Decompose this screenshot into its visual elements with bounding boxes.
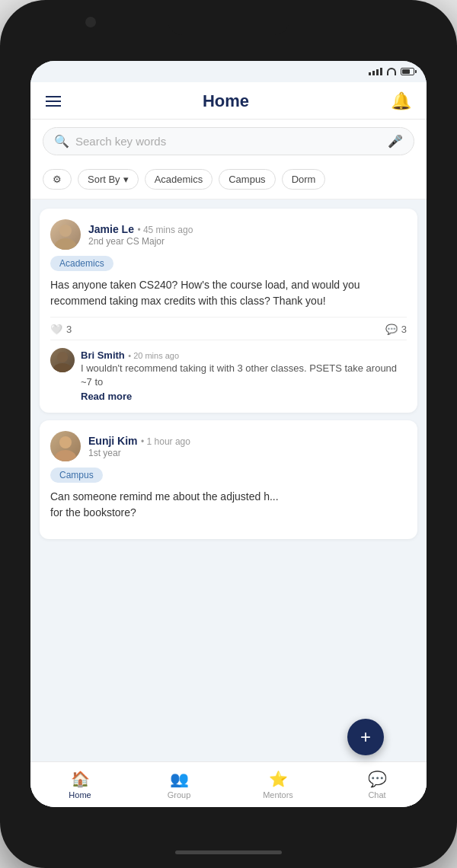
nav-chat[interactable]: 💬 Chat (328, 762, 427, 807)
svg-point-0 (59, 225, 72, 237)
group-nav-label: Group (168, 790, 191, 799)
heart-icon: 🤍 (50, 324, 62, 335)
filter-settings-button[interactable]: ⚙ (43, 169, 72, 190)
post-header: Eunji Kim • 1 hour ago 1st year (50, 431, 407, 461)
screen: Home 🔔 🔍 Search key words 🎤 ⚙ (30, 61, 427, 807)
commenter-avatar (50, 348, 75, 372)
camera (85, 17, 96, 27)
post-body: Has anyone taken CS240? How's the course… (50, 277, 407, 309)
post-subtitle: 2nd year CS Major (88, 236, 193, 247)
post-tag[interactable]: Academics (50, 256, 113, 271)
notification-button[interactable]: 🔔 (391, 91, 411, 111)
group-icon: 👥 (170, 770, 189, 788)
screen-wrapper: Home 🔔 🔍 Search key words 🎤 ⚙ (30, 61, 427, 807)
post-card: Eunji Kim • 1 hour ago 1st year Campus C… (40, 420, 417, 539)
post-card: Jamie Le • 45 mins ago 2nd year CS Major… (40, 209, 417, 413)
new-post-fab[interactable]: + (347, 719, 384, 755)
bottom-navigation: 🏠 Home 👥 Group ⭐ Mentors 💬 Chat (30, 761, 427, 807)
page-title: Home (203, 91, 249, 111)
notch (168, 14, 289, 35)
status-bar (30, 61, 427, 82)
post-header: Jamie Le • 45 mins ago 2nd year CS Major (50, 219, 407, 250)
home-indicator (175, 850, 282, 854)
post-author: Jamie Le (88, 223, 134, 235)
hamburger-button[interactable] (46, 96, 61, 107)
academics-filter-button[interactable]: Academics (145, 169, 213, 190)
nav-group[interactable]: 👥 Group (129, 762, 228, 807)
avatar (50, 431, 81, 461)
campus-filter-button[interactable]: Campus (219, 169, 275, 190)
search-area: 🔍 Search key words 🎤 (30, 120, 427, 163)
app-content: Home 🔔 🔍 Search key words 🎤 ⚙ (30, 82, 427, 807)
phone-top (0, 0, 457, 35)
post-divider (50, 317, 407, 318)
comment-time: • 20 mins ago (128, 351, 179, 360)
post-tag[interactable]: Campus (50, 468, 103, 483)
post-body: Can someone remind me about the adjusted… (50, 489, 407, 521)
comment-text: I wouldn't recommend taking it with 3 ot… (81, 362, 407, 389)
avatar (50, 219, 81, 250)
sort-by-button[interactable]: Sort By ▾ (78, 169, 139, 190)
nav-home[interactable]: 🏠 Home (30, 762, 129, 807)
sort-label: Sort By (88, 174, 120, 185)
home-icon: 🏠 (71, 770, 90, 788)
post-time: • 45 mins ago (137, 225, 193, 235)
comment-count: 3 (401, 324, 407, 335)
signal-icon (369, 68, 382, 75)
like-count: 3 (66, 324, 72, 335)
app-header: Home 🔔 (30, 82, 427, 120)
academics-filter-label: Academics (155, 174, 203, 185)
mentors-nav-label: Mentors (263, 790, 293, 799)
comment-content: Bri Smith • 20 mins ago I wouldn't recom… (81, 348, 407, 402)
wifi-icon (387, 68, 396, 75)
svg-point-4 (59, 436, 72, 448)
post-feed: Jamie Le • 45 mins ago 2nd year CS Major… (30, 199, 427, 761)
search-bar[interactable]: 🔍 Search key words 🎤 (43, 127, 414, 155)
commenter-name: Bri Smith (81, 349, 125, 361)
svg-point-2 (57, 352, 68, 362)
phone-frame: Home 🔔 🔍 Search key words 🎤 ⚙ (0, 0, 457, 868)
sort-chevron-icon: ▾ (123, 174, 129, 185)
post-meta: Eunji Kim • 1 hour ago 1st year (88, 434, 190, 458)
comment-button[interactable]: 💬 3 (385, 324, 407, 335)
comment-icon: 💬 (385, 324, 398, 335)
search-icon: 🔍 (54, 134, 69, 148)
home-nav-label: Home (69, 790, 91, 799)
post-author: Eunji Kim (88, 435, 138, 447)
dorm-filter-button[interactable]: Dorm (282, 169, 326, 190)
mic-icon[interactable]: 🎤 (388, 134, 403, 148)
post-meta: Jamie Le • 45 mins ago 2nd year CS Major (88, 222, 193, 247)
mentors-icon: ⭐ (269, 770, 288, 788)
post-subtitle: 1st year (88, 448, 190, 458)
post-actions: 🤍 3 💬 3 (50, 324, 407, 335)
svg-point-1 (55, 238, 76, 250)
svg-point-5 (55, 450, 76, 461)
plus-icon: + (360, 726, 371, 748)
filter-icon: ⚙ (53, 174, 62, 185)
dorm-filter-label: Dorm (292, 174, 316, 185)
comment-preview: Bri Smith • 20 mins ago I wouldn't recom… (50, 340, 407, 402)
post-time: • 1 hour ago (141, 436, 190, 447)
search-input[interactable]: Search key words (75, 135, 382, 148)
like-button[interactable]: 🤍 3 (50, 324, 72, 335)
campus-filter-label: Campus (228, 174, 265, 185)
read-more-button[interactable]: Read more (81, 391, 407, 402)
svg-point-3 (53, 363, 72, 372)
chat-icon: 💬 (368, 770, 387, 788)
nav-mentors[interactable]: ⭐ Mentors (228, 762, 328, 807)
filter-row: ⚙ Sort By ▾ Academics Campus Dorm (30, 163, 427, 199)
battery-icon (401, 68, 414, 75)
chat-nav-label: Chat (368, 790, 385, 799)
